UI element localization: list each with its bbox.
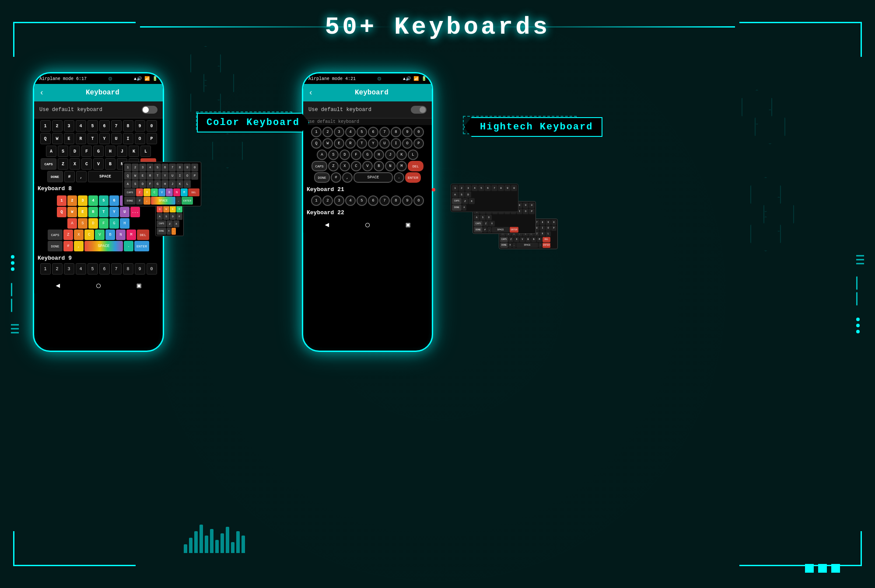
nav-back-left[interactable]: ◀: [56, 281, 60, 290]
key-8-left[interactable]: 8: [123, 120, 133, 132]
toggle-knob-right: [420, 107, 426, 113]
floating-color-keyboard: 1 2 3 4 5 6 7 8 9 0 Q W E R T Y U I O P …: [122, 162, 201, 206]
hex-decoration: [188, 44, 236, 122]
bottom-dot-2: [818, 564, 827, 573]
phone-dot-right: [432, 188, 435, 191]
main-title: 50+ Keyboards: [325, 13, 550, 41]
kb-number-row-left: 1 2 3 4 5 6 7 8 9 0: [36, 120, 161, 132]
camera-left: [108, 77, 112, 80]
hex-decoration-3: [739, 87, 788, 146]
caps-floating[interactable]: CAPS: [124, 188, 136, 196]
status-left-text: Airplane mode 6:17: [39, 77, 87, 81]
back-arrow-left[interactable]: ‹: [39, 88, 44, 97]
color-keyboard-label: Color Keyboard: [197, 113, 309, 132]
key-o-left[interactable]: O: [135, 133, 145, 144]
key-r-left[interactable]: R: [76, 133, 86, 144]
toggle-label-right: Use default keyboard: [308, 107, 371, 113]
keyboard22-label: Keyboard 22: [303, 209, 432, 217]
key-7-left[interactable]: 7: [111, 120, 122, 132]
space-floating[interactable]: SPACE: [151, 197, 175, 205]
phone-left-status: Airplane mode 6:17 ▲🔊 📶 🔋: [34, 73, 163, 84]
side-left-decoration: [11, 255, 19, 333]
toggle-row-left: Use default keyboard: [34, 101, 163, 118]
phone-left-title: Keyboard: [48, 89, 158, 97]
toggle-left[interactable]: [142, 106, 158, 114]
phone-nav-right: ◀ ◯ ▣: [303, 217, 432, 233]
caps-key-left[interactable]: CAPS: [41, 158, 56, 170]
key-t-left[interactable]: T: [88, 133, 98, 144]
phone-nav-left: ◀ ◯ ▣: [34, 278, 163, 293]
key-2-left[interactable]: 2: [52, 120, 63, 132]
caps-key-color[interactable]: CAPS: [48, 230, 63, 240]
nav-back-right[interactable]: ◀: [325, 220, 329, 229]
status-right-text: Airplane mode 4:21: [308, 77, 356, 81]
battery-left: ▲🔊 📶 🔋: [134, 76, 158, 81]
phone-left-header: ‹ Keyboard: [34, 84, 163, 101]
battery-right: ▲🔊 📶 🔋: [403, 76, 427, 81]
space-key-left[interactable]: SPACE: [88, 171, 123, 182]
space-key-circle[interactable]: SPACE: [354, 172, 393, 183]
side-right-decoration: [856, 255, 864, 333]
kb-qwerty-row-left: Q W E R T Y U I O P: [36, 133, 161, 144]
toggle-row-right: Use default keyboard: [303, 101, 432, 118]
corner-tl: [13, 22, 136, 57]
keyboard9-label: Keyboard 9: [34, 254, 163, 262]
small-kb-stack1: 1 2 3 4 5 6 7 8 9 0 A S D CAPS Z X DONE …: [451, 184, 518, 212]
eq-bars: [184, 525, 245, 553]
bottom-dots: [805, 564, 840, 573]
key-4-left[interactable]: 4: [76, 120, 86, 132]
hightech-keyboard-label: Hightech Keyboard: [464, 117, 602, 137]
back-arrow-right[interactable]: ‹: [308, 88, 313, 97]
camera-right: [378, 77, 381, 80]
corner-bl: [13, 531, 136, 566]
corner-br: [739, 531, 862, 566]
key-w-left[interactable]: W: [52, 133, 63, 144]
key-1-left[interactable]: 1: [40, 120, 51, 132]
space-key-color[interactable]: SPACE: [84, 241, 123, 251]
done-key-left[interactable]: DONE: [47, 171, 63, 182]
phone-right-status: Airplane mode 4:21 ▲🔊 📶 🔋: [303, 73, 432, 84]
toggle-subtitle-right: Use default keyboard: [303, 118, 432, 125]
key-q-left[interactable]: Q: [40, 133, 51, 144]
toggle-right[interactable]: [411, 106, 427, 114]
hex-decoration-4: [748, 175, 796, 254]
key-i-left[interactable]: I: [123, 133, 133, 144]
key-e-left[interactable]: E: [64, 133, 74, 144]
toggle-label-left: Use default keyboard: [39, 107, 102, 113]
key-u-left[interactable]: U: [111, 133, 122, 144]
keyboard21-label: Keyboard 21: [303, 185, 432, 194]
hex-decoration-2: [210, 131, 245, 170]
key-9-left[interactable]: 9: [135, 120, 145, 132]
key-5-left[interactable]: 5: [88, 120, 98, 132]
bottom-dot-3: [831, 564, 840, 573]
nav-home-right[interactable]: ◯: [365, 220, 370, 229]
bottom-dot-1: [805, 564, 814, 573]
phone-left: Airplane mode 6:17 ▲🔊 📶 🔋 ‹ Keyboard Use…: [33, 72, 164, 352]
nav-recent-right[interactable]: ▣: [406, 220, 410, 229]
nav-recent-left[interactable]: ▣: [137, 281, 141, 290]
key-3-left[interactable]: 3: [64, 120, 74, 132]
key-6-left[interactable]: 6: [99, 120, 110, 132]
key-p-left[interactable]: P: [147, 133, 157, 144]
nav-home-left[interactable]: ◯: [96, 281, 101, 290]
key-y-left[interactable]: Y: [99, 133, 110, 144]
phone-right: Airplane mode 4:21 ▲🔊 📶 🔋 ‹ Keyboard Use…: [302, 72, 433, 352]
kb-asdf-row-left: A S D F G H J K L: [36, 146, 161, 157]
phone-right-title: Keyboard: [317, 89, 427, 97]
key-0-left[interactable]: 0: [147, 120, 157, 132]
toggle-knob-left: [143, 107, 149, 113]
phone-right-header: ‹ Keyboard: [303, 84, 432, 101]
caps-key-circle[interactable]: CAPS: [312, 161, 327, 171]
corner-tr: [739, 22, 862, 57]
